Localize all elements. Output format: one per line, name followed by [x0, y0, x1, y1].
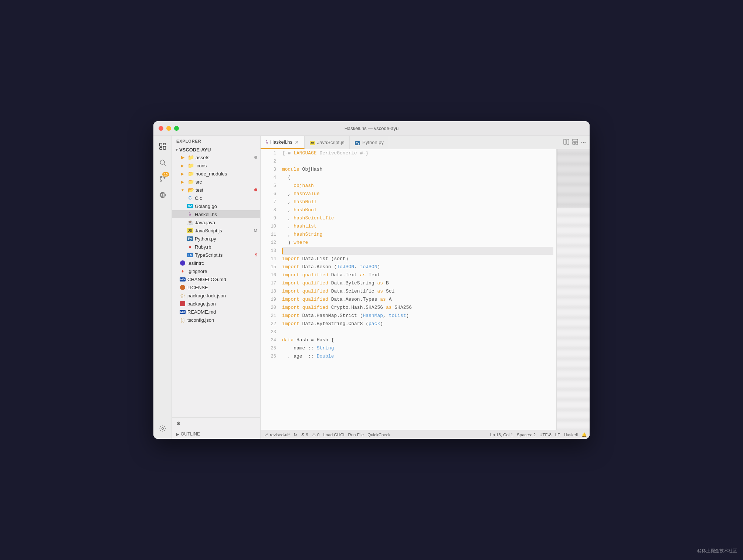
- code-line-11: , hashString: [282, 231, 553, 239]
- tree-item-license[interactable]: LICENSE: [172, 283, 260, 291]
- tree-item-py[interactable]: Py Python.py: [172, 235, 260, 243]
- more-actions-icon[interactable]: ···: [581, 139, 586, 146]
- tree-item-go[interactable]: Go Golang.go: [172, 202, 260, 210]
- tree-root[interactable]: ▼ VSCODE-AYU: [172, 146, 260, 153]
- qualified-18: qualified: [302, 287, 328, 296]
- code-editor[interactable]: {-# LANGUAGE DeriveGeneric #-} module Ob…: [279, 149, 556, 430]
- activity-bar: 10: [153, 136, 172, 439]
- tree-item-tsconfig[interactable]: {;} tsconfig.json: [172, 316, 260, 324]
- code-line-13[interactable]: [282, 247, 553, 255]
- tree-item-readme[interactable]: MD README.md: [172, 308, 260, 316]
- data-kw: data: [282, 336, 294, 344]
- warnings-item[interactable]: ⚠ 0: [312, 432, 320, 437]
- line-ending-item[interactable]: LF: [555, 433, 560, 437]
- chevron-right-icon: ▶: [179, 162, 186, 169]
- tree-item-java[interactable]: ☕ Java.java: [172, 218, 260, 226]
- svg-point-6: [160, 176, 161, 178]
- language-item[interactable]: Haskell: [564, 433, 578, 437]
- bell-item[interactable]: 🔔: [581, 432, 587, 437]
- hashvalue-export: hashValue: [294, 190, 319, 198]
- status-bar: ⎇ revised-ui* ↻ ✗ 9 ⚠ 0 Load GHCi: [261, 430, 590, 439]
- cursor: [282, 248, 283, 254]
- ln-4: 4: [264, 174, 276, 182]
- js-label: JavaScript.js: [195, 228, 254, 233]
- minimize-button[interactable]: [166, 126, 171, 131]
- tree-item-pkg-lock[interactable]: {;} package-lock.json: [172, 291, 260, 300]
- line-numbers: 1 2 3 4 5 6 7 8 9 10 11 12 13 14 15 16 1: [261, 149, 279, 430]
- tab-javascript[interactable]: JS JavaScript.js: [305, 136, 350, 149]
- space-19: [299, 296, 302, 304]
- tree-item-assets[interactable]: ▶ 📁 assets: [172, 153, 260, 161]
- outline-section[interactable]: ▶ OUTLINE: [172, 429, 260, 439]
- editor-area: λ Haskell.hs ✕ JS JavaScript.js Py Pytho…: [261, 136, 590, 439]
- close-button[interactable]: [159, 126, 163, 131]
- tree-item-c[interactable]: C C.c: [172, 194, 260, 202]
- tree-item-haskell[interactable]: λ Haskell.hs: [172, 210, 260, 218]
- eslint-label: .eslintrc: [187, 260, 260, 266]
- go-file-icon: Go: [187, 203, 193, 209]
- tree-item-src[interactable]: ▶ 📁 src: [172, 178, 260, 186]
- source-control-badge: 10: [162, 172, 169, 177]
- ln-7: 7: [264, 198, 276, 206]
- tab-python[interactable]: Py Python.py: [350, 136, 389, 149]
- layout-icon[interactable]: [572, 139, 578, 146]
- code-line-22: import Data.ByteString.Char8 (pack): [282, 320, 553, 328]
- source-control-icon[interactable]: 10: [155, 171, 170, 186]
- split-editor-icon[interactable]: [563, 139, 569, 146]
- search-icon[interactable]: [155, 155, 170, 170]
- tree-item-js[interactable]: JS JavaScript.js M: [172, 226, 260, 235]
- tree-item-pkg[interactable]: package.json: [172, 300, 260, 308]
- as-16: as: [360, 271, 366, 279]
- ln-13: 13: [264, 247, 276, 255]
- comma-8: ,: [282, 206, 294, 214]
- extensions-icon[interactable]: [155, 188, 170, 202]
- explorer-icon[interactable]: [155, 139, 170, 154]
- tree-item-ts[interactable]: TS TypeScript.ts 9: [172, 251, 260, 259]
- minimap-content: [557, 149, 590, 430]
- tree-item-eslint[interactable]: .eslintrc: [172, 259, 260, 267]
- qualified-20: qualified: [302, 304, 328, 312]
- import-15: import: [282, 263, 299, 271]
- ln-2: 2: [264, 157, 276, 165]
- title-bar: Haskell.hs — vscode-ayu: [153, 121, 590, 136]
- tab-haskell-close[interactable]: ✕: [295, 140, 299, 145]
- code-line-8: , hashBool: [282, 206, 553, 214]
- pkg-lock-label: package-lock.json: [187, 293, 260, 298]
- tree-item-changelog[interactable]: MD CHANGELOG.md: [172, 275, 260, 283]
- tolist: toList: [389, 312, 406, 320]
- ln-5: 5: [264, 182, 276, 190]
- tree-item-icons[interactable]: ▶ 📁 icons: [172, 161, 260, 170]
- tab-python-label: Python.py: [362, 140, 384, 145]
- tree-item-node-modules[interactable]: ▶ 📁 node_modules: [172, 170, 260, 178]
- settings-gear-icon[interactable]: ⚙: [176, 421, 181, 426]
- position-item[interactable]: Ln 13, Col 1: [490, 433, 513, 437]
- quickcheck-item[interactable]: QuickCheck: [367, 433, 390, 437]
- git-branch-item[interactable]: ⎇ revised-ui*: [264, 432, 290, 437]
- git-branch-name: revised-ui*: [270, 433, 290, 437]
- load-ghci-item[interactable]: Load GHCi: [323, 433, 345, 437]
- spaces-item[interactable]: Spaces: 2: [517, 433, 536, 437]
- sync-item[interactable]: ↻: [294, 432, 297, 437]
- folder-node-icon: 📁: [187, 170, 194, 177]
- run-file-item[interactable]: Run File: [348, 433, 364, 437]
- ln-15: 15: [264, 263, 276, 271]
- mod-22: Data.ByteString.Char8 (: [299, 320, 369, 328]
- sidebar: EXPLORER ▼ VSCODE-AYU ▶ 📁 assets ▶ 📁: [172, 136, 261, 439]
- mod-19: Data.Aeson.Types: [328, 296, 380, 304]
- mod-17: Data.ByteString: [328, 279, 377, 287]
- ln-25: 25: [264, 344, 276, 352]
- name-field: name ::: [282, 344, 317, 352]
- tab-haskell[interactable]: λ Haskell.hs ✕: [261, 136, 305, 149]
- encoding-item[interactable]: UTF-8: [539, 433, 552, 437]
- as-19: as: [380, 296, 386, 304]
- errors-item[interactable]: ✗ 9: [301, 432, 308, 437]
- tree-item-gitignore[interactable]: ♦ .gitignore: [172, 267, 260, 275]
- svg-point-4: [160, 160, 164, 164]
- folder-closed-icon: 📁: [187, 154, 194, 161]
- tree-item-test[interactable]: ▼ 📂 test: [172, 186, 260, 194]
- maximize-button[interactable]: [174, 126, 179, 131]
- import-14-content: Data.List (sort): [299, 255, 349, 263]
- import-21: import: [282, 312, 299, 320]
- settings-icon[interactable]: [155, 421, 170, 436]
- tree-item-ruby[interactable]: ♦ Ruby.rb: [172, 243, 260, 251]
